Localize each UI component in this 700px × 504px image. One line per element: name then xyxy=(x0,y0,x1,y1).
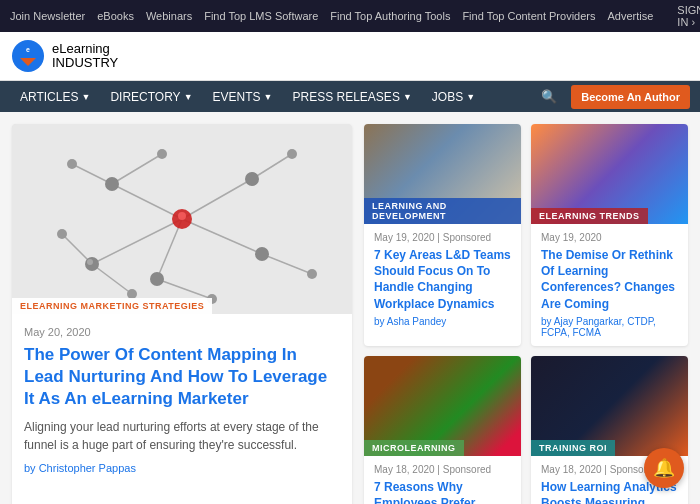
svg-point-22 xyxy=(245,172,259,186)
logo-industry: INDUSTRY xyxy=(52,56,118,70)
featured-tag: ELEARNING MARKETING STRATEGIES xyxy=(12,298,212,314)
logo[interactable]: e eLearning INDUSTRY xyxy=(10,38,118,74)
notification-bell-button[interactable]: 🔔 xyxy=(644,448,684,488)
article-row-2: MICROLEARNING May 18, 2020 | Sponsored 7… xyxy=(364,356,688,504)
chevron-down-icon: ▼ xyxy=(403,92,412,102)
svg-text:e: e xyxy=(26,46,30,53)
top-bar: Join Newsletter eBooks Webinars Find Top… xyxy=(0,0,700,32)
featured-body: May 20, 2020 The Power Of Content Mappin… xyxy=(12,314,352,486)
article-2-title[interactable]: The Demise Or Rethink Of Learning Confer… xyxy=(541,247,678,312)
svg-point-24 xyxy=(57,229,67,239)
become-author-button[interactable]: Become An Author xyxy=(571,85,690,109)
svg-point-27 xyxy=(157,149,167,159)
ebooks-link[interactable]: eBooks xyxy=(97,10,134,22)
search-icon[interactable]: 🔍 xyxy=(533,81,565,112)
webinars-link[interactable]: Webinars xyxy=(146,10,192,22)
network-illustration xyxy=(12,124,352,314)
find-content-link[interactable]: Find Top Content Providers xyxy=(462,10,595,22)
svg-point-26 xyxy=(67,159,77,169)
featured-title[interactable]: The Power Of Content Mapping In Lead Nur… xyxy=(24,344,340,410)
article-2-date: May 19, 2020 xyxy=(541,232,678,243)
article-1-body: May 19, 2020 | Sponsored 7 Key Areas L&D… xyxy=(364,224,521,335)
svg-point-21 xyxy=(255,247,269,261)
chevron-down-icon: ▼ xyxy=(184,92,193,102)
article-4-tag: TRAINING ROI xyxy=(531,440,615,456)
article-2-image: ELEARNING TRENDS xyxy=(531,124,688,224)
article-1-author[interactable]: by Asha Pandey xyxy=(374,316,511,327)
article-2-author[interactable]: by Ajay Pangarkar, CTDP, FCPA, FCMA xyxy=(541,316,678,338)
svg-point-29 xyxy=(307,269,317,279)
article-2-body: May 19, 2020 The Demise Or Rethink Of Le… xyxy=(531,224,688,346)
nav-jobs[interactable]: JOBS ▼ xyxy=(422,82,485,112)
article-row-1: LEARNING AND DEVELOPMENT May 19, 2020 | … xyxy=(364,124,688,346)
article-1-image: LEARNING AND DEVELOPMENT xyxy=(364,124,521,224)
nav: ARTICLES ▼ DIRECTORY ▼ EVENTS ▼ PRESS RE… xyxy=(0,81,700,112)
article-1-date: May 19, 2020 | Sponsored xyxy=(374,232,511,243)
find-lms-link[interactable]: Find Top LMS Software xyxy=(204,10,318,22)
join-newsletter-link[interactable]: Join Newsletter xyxy=(10,10,85,22)
article-1-tag: LEARNING AND DEVELOPMENT xyxy=(364,198,521,224)
featured-excerpt: Aligning your lead nurturing efforts at … xyxy=(24,418,340,454)
article-3-body: May 18, 2020 | Sponsored 7 Reasons Why E… xyxy=(364,456,521,504)
article-card-3: MICROLEARNING May 18, 2020 | Sponsored 7… xyxy=(364,356,521,504)
logo-elearning: eLearning xyxy=(52,42,118,56)
chevron-down-icon: ▼ xyxy=(466,92,475,102)
find-authoring-link[interactable]: Find Top Authoring Tools xyxy=(330,10,450,22)
svg-point-20 xyxy=(105,177,119,191)
svg-point-23 xyxy=(150,272,164,286)
featured-date: May 20, 2020 xyxy=(24,326,340,338)
svg-point-28 xyxy=(287,149,297,159)
article-2-tag: ELEARNING TRENDS xyxy=(531,208,648,224)
chevron-down-icon: ▼ xyxy=(264,92,273,102)
nav-press-releases[interactable]: PRESS RELEASES ▼ xyxy=(283,82,422,112)
sign-in-link[interactable]: SIGN IN › xyxy=(677,4,700,28)
advertise-link[interactable]: Advertise xyxy=(607,10,653,22)
featured-image: ELEARNING MARKETING STRATEGIES xyxy=(12,124,352,314)
article-3-image: MICROLEARNING xyxy=(364,356,521,456)
article-3-date: May 18, 2020 | Sponsored xyxy=(374,464,511,475)
nav-events[interactable]: EVENTS ▼ xyxy=(203,82,283,112)
svg-point-0 xyxy=(12,40,44,72)
featured-article: ELEARNING MARKETING STRATEGIES May 20, 2… xyxy=(12,124,352,504)
svg-point-17 xyxy=(178,212,186,220)
header: e eLearning INDUSTRY xyxy=(0,32,700,81)
nav-directory[interactable]: DIRECTORY ▼ xyxy=(100,82,202,112)
article-3-tag: MICROLEARNING xyxy=(364,440,464,456)
article-card-2: ELEARNING TRENDS May 19, 2020 The Demise… xyxy=(531,124,688,346)
logo-icon: e xyxy=(10,38,46,74)
right-column: LEARNING AND DEVELOPMENT May 19, 2020 | … xyxy=(364,124,688,504)
article-3-title[interactable]: 7 Reasons Why Employees Prefer Microlear… xyxy=(374,479,511,504)
article-4-image: TRAINING ROI xyxy=(531,356,688,456)
article-1-title[interactable]: 7 Key Areas L&D Teams Should Focus On To… xyxy=(374,247,511,312)
chevron-down-icon: ▼ xyxy=(81,92,90,102)
featured-author[interactable]: by Christopher Pappas xyxy=(24,462,340,474)
article-card-1: LEARNING AND DEVELOPMENT May 19, 2020 | … xyxy=(364,124,521,346)
svg-point-19 xyxy=(87,259,93,265)
main-content: ELEARNING MARKETING STRATEGIES May 20, 2… xyxy=(0,112,700,504)
nav-articles[interactable]: ARTICLES ▼ xyxy=(10,82,100,112)
